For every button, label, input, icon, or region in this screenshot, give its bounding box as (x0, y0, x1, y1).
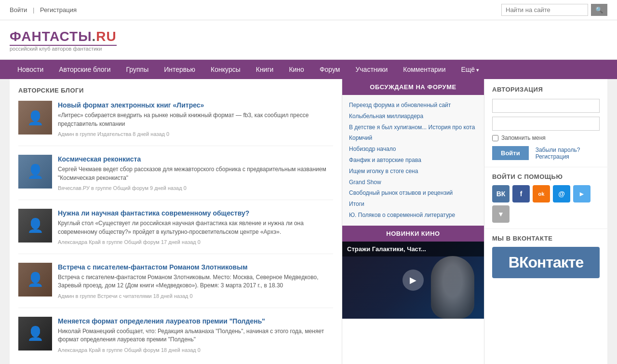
search-button[interactable]: 🔍 (591, 4, 607, 16)
avatar-image-2: 👤 (18, 155, 52, 189)
social-buttons: ВК f ok @ ► ▼ (492, 185, 600, 223)
post-avatar-2: 👤 (18, 155, 52, 189)
play-button[interactable]: ▶ (402, 270, 424, 291)
blog-section-title: АВТОРСКИЕ БЛОГИ (18, 87, 333, 94)
nav-link-members[interactable]: Участники (348, 60, 395, 79)
nav-link-interviews[interactable]: Интервью (156, 60, 203, 79)
forum-link-10[interactable]: Итоги (349, 199, 477, 210)
facebook-login-button[interactable]: f (512, 185, 530, 202)
vk-widget-placeholder[interactable]: ВКонтакте (492, 247, 600, 278)
password-input[interactable] (492, 117, 600, 131)
username-input[interactable] (492, 99, 600, 113)
forum-link-2[interactable]: Колыбельная миллиардера (349, 111, 477, 122)
blog-post-5: 👤 Меняется формат определения лауреатов … (18, 317, 333, 362)
post-meta-1: Админ в группе Издательства 8 дней назад… (58, 131, 333, 137)
mailru-login-button[interactable]: @ (553, 185, 570, 202)
middle-column: ОБСУЖДАЕМ НА ФОРУМЕ Переезд форума и обн… (342, 79, 484, 364)
login-button[interactable]: Войти (492, 146, 529, 160)
social-title: ВОЙТИ С ПОМОЩЬЮ (492, 173, 600, 180)
forum-link-4[interactable]: Кормчий (349, 133, 477, 144)
post-content-5: Меняется формат определения лауреатов пр… (58, 317, 333, 353)
forum-link-3[interactable]: В детстве я был хулиганом... История про… (349, 122, 477, 133)
register-link[interactable]: Регистрация (40, 6, 77, 13)
more-social-button[interactable]: ▼ (492, 205, 510, 223)
nav-link-more[interactable]: Ещё (453, 60, 487, 79)
vk-widget-title: МЫ В ВКОНТАКТЕ (492, 235, 600, 242)
nav-list: Новости Авторские блоги Группы Интервью … (10, 60, 607, 79)
post-excerpt-3: Круглый стол «Существует ли российская н… (58, 219, 333, 236)
nav-link-forum[interactable]: Форум (312, 60, 348, 79)
nav-link-comments[interactable]: Комментарии (395, 60, 453, 79)
remember-checkbox[interactable] (492, 135, 498, 141)
post-title-3[interactable]: Нужна ли научная фантастика современному… (58, 209, 249, 217)
post-excerpt-2: Сергей Чекмаев ведет сбор рассказов для … (58, 165, 333, 182)
nav-link-news[interactable]: Новости (10, 60, 51, 79)
nav-item-groups[interactable]: Группы (119, 60, 157, 79)
forum-link-9[interactable]: Свободный рынок отзывов и рецензий (349, 188, 477, 199)
post-meta-5: Александра Край в группе Общий форум 18 … (58, 347, 333, 353)
post-excerpt-4: Встреча с писателем-фантастом Романом Зл… (58, 273, 333, 290)
site-logo[interactable]: ФАНТАСТЫ.RU российский клуб авторов фант… (10, 29, 117, 52)
nav-item-contests[interactable]: Конкурсы (203, 60, 248, 79)
forum-link-6[interactable]: Фанфик и авторские права (349, 155, 477, 166)
vk-logo: ВКонтакте (499, 254, 593, 271)
post-meta-2: Вячеслав.РУ в группе Общий форум 9 дней … (58, 185, 333, 191)
forum-section-title: ОБСУЖДАЕМ НА ФОРУМЕ (342, 79, 484, 95)
avatar-image-5: 👤 (18, 317, 52, 351)
post-avatar-3: 👤 (18, 209, 52, 243)
post-content-2: Космическая реконкиста Сергей Чекмаев ве… (58, 155, 333, 191)
forgot-password-link[interactable]: Забыли пароль? (536, 147, 580, 153)
post-content-1: Новый формат электронных книг «Литрес» «… (58, 101, 333, 137)
post-content-3: Нужна ли научная фантастика современному… (58, 209, 333, 245)
nav-item-comments[interactable]: Комментарии (395, 60, 453, 79)
vk-login-button[interactable]: ВК (492, 185, 510, 202)
nav-item-books[interactable]: Книги (248, 60, 282, 79)
movie-title-overlay: Стражи Галактики, Част... (342, 242, 484, 256)
post-meta-4: Админ в группе Встречи с читателями 18 д… (58, 293, 333, 299)
ok-login-button[interactable]: ok (533, 185, 550, 202)
logo-tagline: российский клуб авторов фантастики (10, 46, 117, 52)
forum-link-11[interactable]: Ю. Поляков о современной литературе (349, 210, 477, 221)
register-auth-link[interactable]: Регистрация (536, 153, 580, 160)
play-icon: ▶ (410, 275, 416, 285)
nav-item-blogs[interactable]: Авторские блоги (51, 60, 118, 79)
content-area: АВТОРСКИЕ БЛОГИ 👤 Новый формат электронн… (10, 79, 607, 364)
alien-figure (431, 256, 474, 319)
top-bar: Войти | Регистрация 🔍 (0, 0, 617, 20)
nav-link-groups[interactable]: Группы (119, 60, 157, 79)
nav-item-forum[interactable]: Форум (312, 60, 348, 79)
left-column: АВТОРСКИЕ БЛОГИ 👤 Новый формат электронн… (10, 79, 342, 364)
forum-link-7[interactable]: Ищем иголку в стоге сена (349, 166, 477, 177)
blog-post-4: 👤 Встреча с писателем-фантастом Романом … (18, 263, 333, 308)
post-title-1[interactable]: Новый формат электронных книг «Литрес» (58, 101, 204, 109)
nav-link-contests[interactable]: Конкурсы (203, 60, 248, 79)
nav-item-news[interactable]: Новости (10, 60, 51, 79)
twitter-login-button[interactable]: ► (573, 185, 590, 202)
site-header: ФАНТАСТЫ.RU российский клуб авторов фант… (0, 20, 617, 60)
search-input[interactable] (501, 4, 588, 16)
forum-link-1[interactable]: Переезд форума и обновленный сайт (349, 100, 477, 111)
forum-link-8[interactable]: Grand Show (349, 177, 477, 188)
nav-item-cinema[interactable]: Кино (281, 60, 312, 79)
post-title-2[interactable]: Космическая реконкиста (58, 155, 141, 163)
nav-link-books[interactable]: Книги (248, 60, 282, 79)
post-avatar-5: 👤 (18, 317, 52, 351)
post-avatar-4: 👤 (18, 263, 52, 297)
post-title-4[interactable]: Встреча с писателем-фантастом Романом Зл… (58, 263, 247, 271)
remember-label: Запомнить меня (501, 135, 546, 141)
nav-item-more[interactable]: Ещё (453, 60, 487, 79)
post-avatar-1: 👤 (18, 101, 52, 135)
auth-links: Забыли пароль? Регистрация (536, 147, 580, 160)
forum-link-5[interactable]: Нобизодр начало (349, 144, 477, 155)
cinema-thumbnail[interactable]: Стражи Галактики, Част... ▶ (342, 242, 484, 319)
nav-link-cinema[interactable]: Кино (281, 60, 312, 79)
auth-buttons: Войти Забыли пароль? Регистрация (492, 146, 600, 160)
nav-link-blogs[interactable]: Авторские блоги (51, 60, 118, 79)
post-title-5[interactable]: Меняется формат определения лауреатов пр… (58, 317, 265, 325)
login-link[interactable]: Войти (10, 6, 27, 13)
post-excerpt-5: Николай Романецкий сообщает, что: Редакц… (58, 327, 333, 344)
nav-item-members[interactable]: Участники (348, 60, 395, 79)
auth-title: АВТОРИЗАЦИЯ (492, 86, 600, 93)
right-column: АВТОРИЗАЦИЯ Запомнить меня Войти Забыли … (484, 79, 607, 364)
nav-item-interviews[interactable]: Интервью (156, 60, 203, 79)
